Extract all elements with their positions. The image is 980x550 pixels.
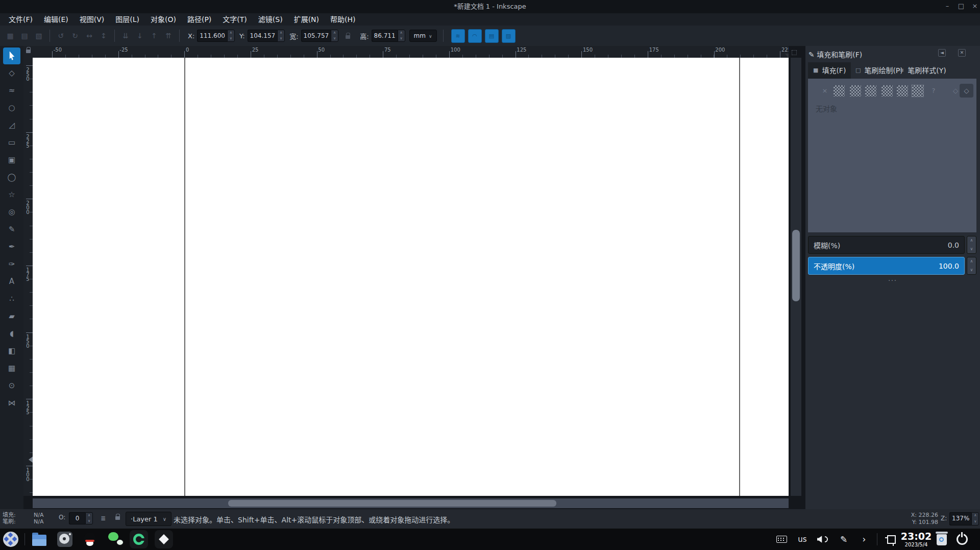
tool-zoom[interactable]: ○	[3, 100, 20, 116]
tool-calligraphy[interactable]: ✑	[3, 256, 20, 273]
object-opacity-spinner[interactable]: ∧∨	[85, 512, 93, 524]
tool-eraser[interactable]: ▰	[3, 308, 20, 325]
tool-spray[interactable]: ∴	[3, 291, 20, 307]
tab-stroke-style[interactable]: ≡笔刷样式(Y)	[894, 62, 951, 79]
browser-button[interactable]	[130, 530, 148, 548]
zoom-spinner[interactable]: ∧∨	[971, 512, 979, 525]
launcher-button[interactable]	[3, 532, 19, 547]
keyboard-layout-indicator[interactable]: us	[795, 532, 810, 547]
cmd-select-all-layers[interactable]: ▤	[18, 29, 31, 42]
menu-file[interactable]: 文件(F)	[3, 13, 38, 26]
tool-box-3d[interactable]: ▣	[3, 152, 20, 169]
cmd-deselect[interactable]: ▧	[32, 29, 45, 42]
fill-rule-nonzero[interactable]: ◇	[960, 84, 973, 98]
tool-star[interactable]: ☆	[3, 186, 20, 203]
object-opacity-field[interactable]: 0 ∧∨	[69, 512, 93, 524]
toggle-scale-stroke[interactable]: ≋	[451, 29, 465, 43]
cmd-lower[interactable]: ↓	[133, 29, 146, 42]
zoom-field[interactable]: 137% ∧∨	[949, 512, 979, 525]
tool-text[interactable]: A	[3, 273, 20, 290]
horizontal-scrollbar-thumb[interactable]	[228, 500, 556, 507]
horizontal-scrollbar[interactable]	[33, 498, 789, 508]
layer-lock-icon[interactable]	[115, 516, 120, 520]
dock-resize-handle[interactable]: ···	[805, 277, 980, 284]
cmd-flip-vertical[interactable]: ↕	[97, 29, 110, 42]
menu-layer[interactable]: 图层(L)	[110, 13, 145, 26]
cmd-raise-to-top[interactable]: ⇈	[162, 29, 175, 42]
minimize-button[interactable]: –	[941, 0, 954, 13]
paint-none[interactable]: ×	[819, 85, 830, 97]
tray-expand-button[interactable]: ›	[856, 532, 872, 547]
theme-brush-button[interactable]: ✎	[836, 532, 851, 547]
file-manager-button[interactable]	[31, 532, 48, 547]
vertical-scrollbar[interactable]	[791, 58, 801, 496]
cmd-rotate-ccw[interactable]: ↺	[54, 29, 67, 42]
layer-visibility-icon[interactable]: ≣	[101, 515, 106, 522]
width-field[interactable]: 105.757∧∨	[301, 30, 339, 42]
wechat-button[interactable]	[107, 532, 125, 547]
maximize-button[interactable]: □	[954, 0, 968, 13]
paint-flat-color[interactable]	[834, 85, 845, 97]
menu-object[interactable]: 对象(O)	[145, 13, 182, 26]
dock-collapse-icon[interactable]: ◄	[938, 49, 946, 57]
y-field[interactable]: 104.157∧∨	[248, 30, 285, 42]
unit-dropdown[interactable]: mm∨	[409, 30, 437, 42]
lock-ratio-icon[interactable]	[346, 35, 350, 39]
cmd-lower-to-bottom[interactable]: ⇊	[119, 29, 132, 42]
menu-extensions[interactable]: 扩展(N)	[288, 13, 325, 26]
tool-selector[interactable]	[3, 47, 20, 64]
blur-slider[interactable]: 模糊(%) 0.0	[808, 236, 965, 254]
virtual-keyboard-button[interactable]	[774, 532, 789, 547]
cmd-raise[interactable]: ↑	[148, 29, 161, 42]
volume-button[interactable]	[815, 532, 830, 547]
fill-stroke-indicator-values[interactable]: N/AN/A	[34, 512, 43, 525]
cmd-flip-horizontal[interactable]: ↔	[83, 29, 96, 42]
tool-dropper[interactable]: ⊙	[3, 377, 20, 394]
paint-mesh[interactable]	[912, 85, 923, 97]
menu-path[interactable]: 路径(P)	[182, 13, 217, 26]
menu-view[interactable]: 视图(V)	[74, 13, 110, 26]
cmd-select-all[interactable]: ▦	[4, 29, 17, 42]
menu-text[interactable]: 文字(T)	[217, 13, 252, 26]
inkscape-taskbar-button[interactable]	[155, 530, 173, 548]
tool-pencil[interactable]: ✎	[3, 221, 20, 238]
tool-connector[interactable]: ⋈	[3, 395, 20, 412]
tool-ellipse[interactable]: ◯	[3, 169, 20, 186]
vertical-scrollbar-thumb[interactable]	[792, 230, 800, 301]
trash-button[interactable]	[934, 531, 949, 546]
vertical-ruler[interactable]: 250225200175150125100	[23, 58, 33, 496]
qq-button[interactable]	[82, 532, 97, 547]
tool-rectangle[interactable]: ▭	[3, 134, 20, 151]
tool-tweak[interactable]: ≈	[3, 82, 20, 99]
menu-filters[interactable]: 滤镜(S)	[253, 13, 288, 26]
clock[interactable]: 23:02 2023/5/4	[901, 532, 932, 547]
toggle-move-patterns[interactable]: ▨	[502, 29, 516, 43]
opacity-slider[interactable]: 不透明度(%) 100.0	[808, 257, 965, 275]
tab-fill[interactable]: ■填充(F)	[808, 62, 851, 79]
paint-swatch[interactable]	[897, 85, 908, 97]
toggle-scale-corners[interactable]: ◠	[468, 29, 482, 43]
toggle-move-gradients[interactable]: ▤	[485, 29, 499, 43]
close-button[interactable]: ×	[968, 0, 980, 13]
height-spinner[interactable]: ∧∨	[398, 30, 405, 42]
cmd-rotate-cw[interactable]: ↻	[68, 29, 82, 42]
paint-linear-gradient[interactable]	[850, 85, 861, 97]
canvas-corner-widget[interactable]	[792, 50, 797, 55]
tool-mesh-gradient[interactable]: ▦	[3, 360, 20, 377]
layer-dropdown[interactable]: ·Layer 1∨	[126, 512, 172, 526]
width-spinner[interactable]: ∧∨	[331, 30, 338, 42]
height-field[interactable]: 86.711∧∨	[372, 30, 405, 42]
canvas[interactable]	[33, 58, 789, 496]
tool-node-editor[interactable]: ◇	[3, 65, 20, 82]
music-player-button[interactable]	[56, 532, 74, 547]
tool-measure[interactable]: ◿	[3, 117, 20, 134]
tool-spiral[interactable]: ◎	[3, 204, 20, 221]
guide-lock-icon[interactable]	[26, 50, 31, 53]
y-spinner[interactable]: ∧∨	[277, 30, 285, 42]
screenshot-button[interactable]	[883, 532, 899, 547]
paint-pattern[interactable]	[881, 85, 893, 97]
dialog-close-icon[interactable]: ✕	[958, 49, 966, 57]
menu-help[interactable]: 帮助(H)	[325, 13, 361, 26]
horizontal-ruler[interactable]: -50-250255075100125150175200225	[33, 46, 789, 58]
menu-edit[interactable]: 编辑(E)	[38, 13, 74, 26]
